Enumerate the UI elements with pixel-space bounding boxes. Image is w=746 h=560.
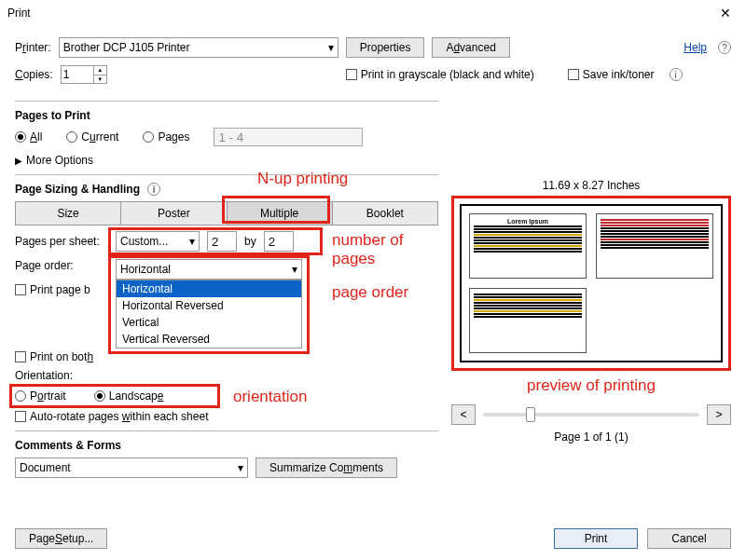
annot-nup: N-up printing bbox=[257, 170, 348, 188]
saveink-checkbox[interactable]: Save ink/toner bbox=[568, 68, 655, 81]
page-indicator: Page 1 of 1 (1) bbox=[451, 430, 731, 444]
annot-preview: preview of printing bbox=[451, 376, 731, 395]
printer-label: Printer: bbox=[15, 41, 51, 54]
preview-page-thumb bbox=[596, 213, 713, 279]
pages-range-input[interactable] bbox=[214, 128, 363, 146]
advanced-button[interactable]: Advanced bbox=[432, 37, 509, 58]
chevron-down-icon: ▾ bbox=[238, 461, 243, 474]
preview-dimensions: 11.69 x 8.27 Inches bbox=[451, 179, 731, 192]
preview-page-thumb bbox=[469, 288, 587, 353]
chevron-down-icon: ▾ bbox=[328, 41, 334, 54]
close-icon[interactable]: ✕ bbox=[712, 2, 739, 24]
page-order-option[interactable]: Horizontal bbox=[117, 280, 301, 297]
comments-dropdown[interactable]: Document▾ bbox=[15, 458, 248, 478]
copies-input[interactable] bbox=[62, 66, 93, 83]
preview-prev-button[interactable]: < bbox=[451, 404, 476, 425]
chevron-down-icon: ▾ bbox=[292, 263, 297, 276]
page-order-option[interactable]: Vertical bbox=[117, 314, 301, 331]
preview-page-thumb: Lorem Ipsum bbox=[469, 213, 587, 279]
checkbox-icon bbox=[346, 69, 357, 80]
chevron-down-icon: ▾ bbox=[189, 235, 195, 248]
autorotate-checkbox[interactable]: Auto-rotate pages within each sheet bbox=[15, 410, 208, 423]
print-border-checkbox[interactable]: Print page b bbox=[15, 283, 90, 296]
page-setup-button[interactable]: Page Setup... bbox=[15, 528, 107, 549]
tab-multiple[interactable]: Multiple bbox=[228, 201, 333, 225]
help-link[interactable]: Help bbox=[684, 41, 707, 54]
pps-label: Pages per sheet: bbox=[15, 235, 108, 248]
grayscale-checkbox[interactable]: Print in grayscale (black and white) bbox=[346, 68, 534, 81]
radio-portrait[interactable]: Portrait bbox=[15, 389, 66, 403]
tab-size[interactable]: Size bbox=[15, 201, 121, 225]
tab-poster[interactable]: Poster bbox=[121, 201, 227, 225]
print-preview: Lorem Ipsum bbox=[451, 196, 731, 371]
dialog-title: Print bbox=[7, 7, 712, 20]
checkbox-icon bbox=[568, 69, 579, 80]
annot-orientation: orientation bbox=[233, 388, 307, 406]
summarize-comments-button[interactable]: Summarize Comments bbox=[256, 458, 397, 478]
spinner-up-icon[interactable]: ▲ bbox=[94, 66, 106, 75]
sizing-title: Page Sizing & Handling i bbox=[15, 183, 438, 196]
copies-label: Copies: bbox=[15, 68, 53, 81]
slider-thumb[interactable] bbox=[526, 407, 535, 422]
cancel-button[interactable]: Cancel bbox=[647, 528, 731, 549]
orientation-label: Orientation: bbox=[15, 369, 73, 382]
info-icon[interactable]: i bbox=[147, 183, 160, 196]
page-order-option[interactable]: Horizontal Reversed bbox=[117, 297, 301, 314]
pps-cols-input[interactable] bbox=[207, 231, 237, 252]
radio-current[interactable]: Current bbox=[66, 130, 118, 143]
pps-mode-dropdown[interactable]: Custom...▾ bbox=[116, 231, 200, 252]
disclosure-icon: ▶ bbox=[15, 156, 22, 166]
pps-by-label: by bbox=[244, 235, 256, 248]
spinner-down-icon[interactable]: ▼ bbox=[94, 75, 106, 84]
printer-dropdown[interactable]: Brother DCP J105 Printer ▾ bbox=[59, 37, 338, 58]
order-label: Page order: bbox=[15, 259, 108, 272]
copies-spinner[interactable]: ▲▼ bbox=[61, 65, 107, 84]
print-both-sides-checkbox[interactable]: Print on both bbox=[15, 350, 93, 363]
properties-button[interactable]: Properties bbox=[346, 37, 425, 58]
preview-slider[interactable] bbox=[483, 413, 699, 417]
radio-landscape[interactable]: Landscape bbox=[94, 389, 164, 403]
pages-to-print-title: Pages to Print bbox=[15, 109, 438, 122]
preview-next-button[interactable]: > bbox=[707, 404, 731, 425]
printer-value: Brother DCP J105 Printer bbox=[63, 41, 190, 54]
radio-pages[interactable]: Pages bbox=[143, 130, 189, 143]
radio-all[interactable]: All bbox=[15, 130, 42, 143]
page-order-option[interactable]: Vertical Reversed bbox=[117, 331, 301, 348]
print-button[interactable]: Print bbox=[554, 528, 638, 549]
help-icon[interactable]: ? bbox=[718, 41, 731, 54]
page-order-listbox[interactable]: Horizontal Horizontal Reversed Vertical … bbox=[116, 280, 302, 348]
tab-booklet[interactable]: Booklet bbox=[333, 201, 438, 225]
pps-rows-input[interactable] bbox=[264, 231, 294, 252]
more-options-toggle[interactable]: ▶More Options bbox=[15, 154, 438, 167]
info-icon[interactable]: i bbox=[670, 68, 683, 81]
page-order-dropdown[interactable]: Horizontal▾ Horizontal Horizontal Revers… bbox=[116, 259, 302, 280]
comments-title: Comments & Forms bbox=[15, 439, 438, 452]
annot-pageorder: page order bbox=[332, 283, 408, 302]
